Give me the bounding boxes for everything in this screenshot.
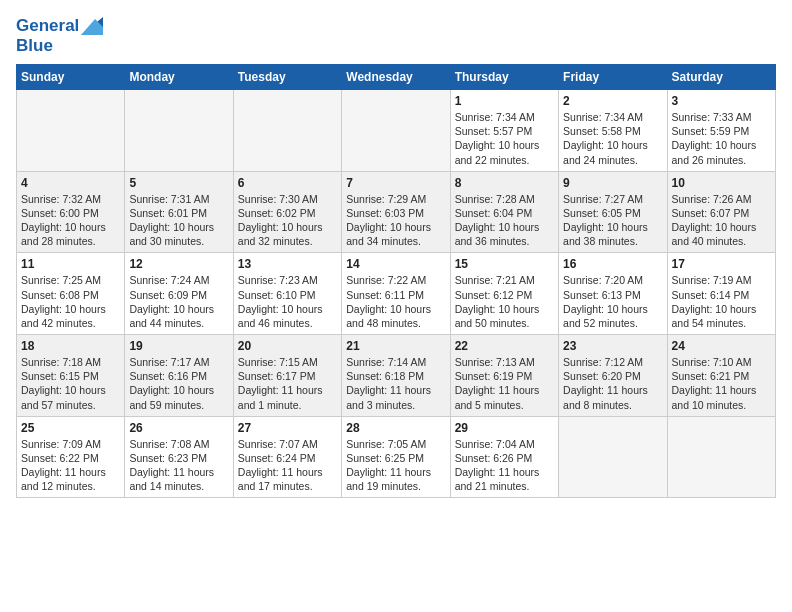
day-info: Sunrise: 7:29 AM Sunset: 6:03 PM Dayligh… — [346, 192, 445, 249]
logo-icon — [81, 17, 103, 35]
day-info: Sunrise: 7:32 AM Sunset: 6:00 PM Dayligh… — [21, 192, 120, 249]
calendar-cell — [233, 90, 341, 172]
day-info: Sunrise: 7:13 AM Sunset: 6:19 PM Dayligh… — [455, 355, 554, 412]
day-info: Sunrise: 7:20 AM Sunset: 6:13 PM Dayligh… — [563, 273, 662, 330]
day-info: Sunrise: 7:05 AM Sunset: 6:25 PM Dayligh… — [346, 437, 445, 494]
day-number: 17 — [672, 257, 771, 271]
day-number: 3 — [672, 94, 771, 108]
day-info: Sunrise: 7:19 AM Sunset: 6:14 PM Dayligh… — [672, 273, 771, 330]
header: General Blue — [16, 16, 776, 56]
day-number: 13 — [238, 257, 337, 271]
day-info: Sunrise: 7:17 AM Sunset: 6:16 PM Dayligh… — [129, 355, 228, 412]
calendar-week-3: 18Sunrise: 7:18 AM Sunset: 6:15 PM Dayli… — [17, 335, 776, 417]
calendar-cell: 7Sunrise: 7:29 AM Sunset: 6:03 PM Daylig… — [342, 171, 450, 253]
calendar-cell — [342, 90, 450, 172]
calendar-cell — [559, 416, 667, 498]
day-number: 21 — [346, 339, 445, 353]
day-number: 26 — [129, 421, 228, 435]
weekday-header-monday: Monday — [125, 65, 233, 90]
calendar-cell: 13Sunrise: 7:23 AM Sunset: 6:10 PM Dayli… — [233, 253, 341, 335]
weekday-header-saturday: Saturday — [667, 65, 775, 90]
day-info: Sunrise: 7:15 AM Sunset: 6:17 PM Dayligh… — [238, 355, 337, 412]
calendar-cell: 11Sunrise: 7:25 AM Sunset: 6:08 PM Dayli… — [17, 253, 125, 335]
calendar-week-4: 25Sunrise: 7:09 AM Sunset: 6:22 PM Dayli… — [17, 416, 776, 498]
day-info: Sunrise: 7:26 AM Sunset: 6:07 PM Dayligh… — [672, 192, 771, 249]
weekday-header-friday: Friday — [559, 65, 667, 90]
calendar-cell: 5Sunrise: 7:31 AM Sunset: 6:01 PM Daylig… — [125, 171, 233, 253]
calendar-cell: 25Sunrise: 7:09 AM Sunset: 6:22 PM Dayli… — [17, 416, 125, 498]
day-info: Sunrise: 7:28 AM Sunset: 6:04 PM Dayligh… — [455, 192, 554, 249]
day-number: 14 — [346, 257, 445, 271]
day-info: Sunrise: 7:08 AM Sunset: 6:23 PM Dayligh… — [129, 437, 228, 494]
calendar-cell: 15Sunrise: 7:21 AM Sunset: 6:12 PM Dayli… — [450, 253, 558, 335]
day-number: 29 — [455, 421, 554, 435]
calendar-week-1: 4Sunrise: 7:32 AM Sunset: 6:00 PM Daylig… — [17, 171, 776, 253]
weekday-header-thursday: Thursday — [450, 65, 558, 90]
calendar-cell: 3Sunrise: 7:33 AM Sunset: 5:59 PM Daylig… — [667, 90, 775, 172]
day-info: Sunrise: 7:10 AM Sunset: 6:21 PM Dayligh… — [672, 355, 771, 412]
weekday-header-row: SundayMondayTuesdayWednesdayThursdayFrid… — [17, 65, 776, 90]
day-number: 19 — [129, 339, 228, 353]
day-number: 20 — [238, 339, 337, 353]
weekday-header-sunday: Sunday — [17, 65, 125, 90]
day-info: Sunrise: 7:09 AM Sunset: 6:22 PM Dayligh… — [21, 437, 120, 494]
calendar-cell: 14Sunrise: 7:22 AM Sunset: 6:11 PM Dayli… — [342, 253, 450, 335]
calendar-cell — [17, 90, 125, 172]
day-info: Sunrise: 7:34 AM Sunset: 5:57 PM Dayligh… — [455, 110, 554, 167]
day-info: Sunrise: 7:14 AM Sunset: 6:18 PM Dayligh… — [346, 355, 445, 412]
calendar-cell: 17Sunrise: 7:19 AM Sunset: 6:14 PM Dayli… — [667, 253, 775, 335]
calendar-cell: 6Sunrise: 7:30 AM Sunset: 6:02 PM Daylig… — [233, 171, 341, 253]
calendar-cell: 28Sunrise: 7:05 AM Sunset: 6:25 PM Dayli… — [342, 416, 450, 498]
calendar-cell: 4Sunrise: 7:32 AM Sunset: 6:00 PM Daylig… — [17, 171, 125, 253]
day-info: Sunrise: 7:25 AM Sunset: 6:08 PM Dayligh… — [21, 273, 120, 330]
day-info: Sunrise: 7:31 AM Sunset: 6:01 PM Dayligh… — [129, 192, 228, 249]
day-info: Sunrise: 7:34 AM Sunset: 5:58 PM Dayligh… — [563, 110, 662, 167]
weekday-header-wednesday: Wednesday — [342, 65, 450, 90]
calendar-cell: 9Sunrise: 7:27 AM Sunset: 6:05 PM Daylig… — [559, 171, 667, 253]
day-number: 8 — [455, 176, 554, 190]
calendar-week-2: 11Sunrise: 7:25 AM Sunset: 6:08 PM Dayli… — [17, 253, 776, 335]
day-number: 28 — [346, 421, 445, 435]
logo: General Blue — [16, 16, 103, 56]
day-number: 25 — [21, 421, 120, 435]
day-info: Sunrise: 7:18 AM Sunset: 6:15 PM Dayligh… — [21, 355, 120, 412]
day-number: 4 — [21, 176, 120, 190]
day-info: Sunrise: 7:27 AM Sunset: 6:05 PM Dayligh… — [563, 192, 662, 249]
day-number: 16 — [563, 257, 662, 271]
day-info: Sunrise: 7:07 AM Sunset: 6:24 PM Dayligh… — [238, 437, 337, 494]
day-number: 15 — [455, 257, 554, 271]
weekday-header-tuesday: Tuesday — [233, 65, 341, 90]
calendar-cell: 18Sunrise: 7:18 AM Sunset: 6:15 PM Dayli… — [17, 335, 125, 417]
calendar-cell: 2Sunrise: 7:34 AM Sunset: 5:58 PM Daylig… — [559, 90, 667, 172]
calendar-cell: 21Sunrise: 7:14 AM Sunset: 6:18 PM Dayli… — [342, 335, 450, 417]
day-info: Sunrise: 7:24 AM Sunset: 6:09 PM Dayligh… — [129, 273, 228, 330]
day-number: 22 — [455, 339, 554, 353]
day-info: Sunrise: 7:33 AM Sunset: 5:59 PM Dayligh… — [672, 110, 771, 167]
day-info: Sunrise: 7:30 AM Sunset: 6:02 PM Dayligh… — [238, 192, 337, 249]
day-number: 11 — [21, 257, 120, 271]
calendar-cell: 26Sunrise: 7:08 AM Sunset: 6:23 PM Dayli… — [125, 416, 233, 498]
day-number: 27 — [238, 421, 337, 435]
calendar-cell: 1Sunrise: 7:34 AM Sunset: 5:57 PM Daylig… — [450, 90, 558, 172]
calendar-week-0: 1Sunrise: 7:34 AM Sunset: 5:57 PM Daylig… — [17, 90, 776, 172]
calendar-cell: 20Sunrise: 7:15 AM Sunset: 6:17 PM Dayli… — [233, 335, 341, 417]
calendar-body: 1Sunrise: 7:34 AM Sunset: 5:57 PM Daylig… — [17, 90, 776, 498]
calendar-cell — [125, 90, 233, 172]
calendar-cell: 24Sunrise: 7:10 AM Sunset: 6:21 PM Dayli… — [667, 335, 775, 417]
day-info: Sunrise: 7:21 AM Sunset: 6:12 PM Dayligh… — [455, 273, 554, 330]
day-number: 7 — [346, 176, 445, 190]
calendar-cell: 8Sunrise: 7:28 AM Sunset: 6:04 PM Daylig… — [450, 171, 558, 253]
day-number: 12 — [129, 257, 228, 271]
day-number: 24 — [672, 339, 771, 353]
calendar-header: SundayMondayTuesdayWednesdayThursdayFrid… — [17, 65, 776, 90]
calendar-cell: 16Sunrise: 7:20 AM Sunset: 6:13 PM Dayli… — [559, 253, 667, 335]
day-number: 18 — [21, 339, 120, 353]
logo-blue-text: Blue — [16, 36, 53, 55]
logo-general-text: General — [16, 16, 79, 36]
day-number: 9 — [563, 176, 662, 190]
day-info: Sunrise: 7:04 AM Sunset: 6:26 PM Dayligh… — [455, 437, 554, 494]
calendar-cell: 29Sunrise: 7:04 AM Sunset: 6:26 PM Dayli… — [450, 416, 558, 498]
day-number: 6 — [238, 176, 337, 190]
page-wrapper: General Blue SundayMondayTuesdayWednesda… — [16, 16, 776, 498]
calendar-table: SundayMondayTuesdayWednesdayThursdayFrid… — [16, 64, 776, 498]
